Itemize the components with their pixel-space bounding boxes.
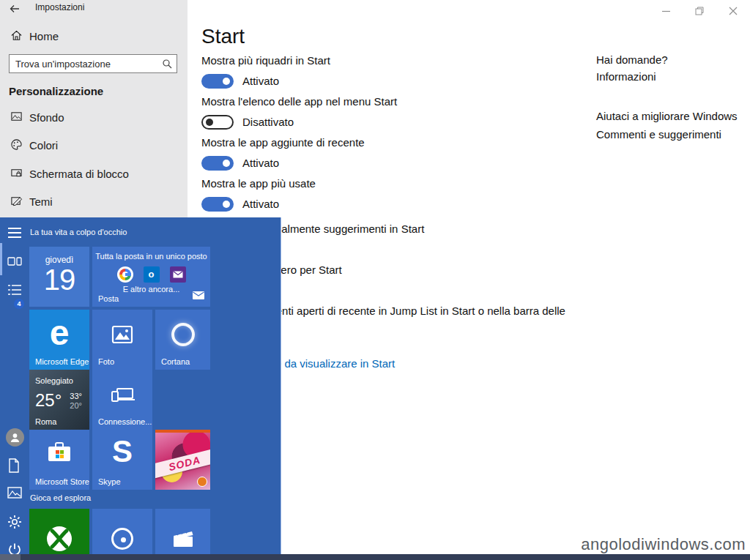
sidebar-item-label: Home xyxy=(29,30,59,42)
setting-label-recent-apps: Mostra le app aggiunte di recente xyxy=(201,136,365,149)
tile-group-title: Gioca ed esplora xyxy=(30,493,91,502)
palette-icon xyxy=(10,138,23,154)
setting-label-most-used: Mostra le app più usate xyxy=(201,177,316,190)
sidebar-item-label: Schermata di blocco xyxy=(29,168,129,180)
xbox-icon xyxy=(29,509,89,554)
sidebar-item-temi[interactable]: Temi xyxy=(0,194,188,216)
pictures-icon[interactable] xyxy=(7,486,23,502)
sidebar-item-schermata-di-blocco[interactable]: Schermata di blocco xyxy=(0,166,188,188)
tile-candy-crush-soda[interactable]: SODA xyxy=(155,430,210,490)
tile-groove[interactable] xyxy=(92,509,152,554)
wallpaper-icon xyxy=(10,111,23,126)
toggle-most-used[interactable] xyxy=(201,197,234,212)
lock-screen-icon xyxy=(10,167,23,182)
user-avatar[interactable] xyxy=(6,428,24,447)
weather-high: 33° xyxy=(70,392,82,400)
sidebar-item-colori[interactable]: Colori xyxy=(0,138,188,160)
tile-label: Skype xyxy=(98,477,121,486)
weather-low: 20° xyxy=(70,401,82,410)
themes-icon xyxy=(10,195,23,210)
setting-label-more-tiles: Mostra più riquadri in Start xyxy=(201,54,330,67)
yahoo-mail-icon xyxy=(170,266,186,283)
tile-skype[interactable]: S Skype xyxy=(92,430,152,490)
window-title: Impostazioni xyxy=(35,2,84,12)
tile-group-title: La tua vita a colpo d'occhio xyxy=(30,228,127,236)
mail-provider-icons: o xyxy=(92,266,210,283)
informazioni-link[interactable]: Informazioni xyxy=(596,70,656,83)
taskbar-edge[interactable] xyxy=(0,554,750,560)
toggle-state: Disattivato xyxy=(242,116,294,128)
tile-microsoft-edge[interactable]: e Microsoft Edge xyxy=(29,310,89,370)
sidebar-item-label: Sfondo xyxy=(29,111,64,124)
home-icon xyxy=(10,29,23,45)
tile-label: Microsoft Edge xyxy=(35,357,89,366)
tile-label: Posta xyxy=(98,294,119,303)
tile-cortana[interactable]: Cortana xyxy=(155,310,210,370)
tile-xbox[interactable] xyxy=(29,509,89,554)
documents-icon[interactable] xyxy=(7,458,23,474)
toggle-app-list[interactable] xyxy=(201,115,234,130)
toggle-more-tiles[interactable] xyxy=(201,74,234,89)
settings-gear-icon[interactable] xyxy=(7,515,23,531)
sidebar-item-home[interactable]: Home xyxy=(0,28,188,48)
candy-top-bar xyxy=(155,430,210,433)
search-input[interactable] xyxy=(15,55,158,72)
feedback-link[interactable]: Commenti e suggerimenti xyxy=(596,128,721,141)
king-badge-icon xyxy=(197,477,207,487)
outlook-icon: o xyxy=(144,266,160,283)
sidebar-item-sfondo[interactable]: Sfondo xyxy=(0,110,188,132)
toggle-state: Attivato xyxy=(242,198,279,210)
back-icon[interactable] xyxy=(9,3,21,15)
settings-search xyxy=(9,54,177,73)
tile-microsoft-store[interactable]: Microsoft Store xyxy=(29,430,89,490)
close-button[interactable] xyxy=(716,0,750,22)
tile-label: Foto xyxy=(98,357,114,366)
mail-headline: Tutta la posta in un unico posto xyxy=(92,252,210,261)
hamburger-menu-icon[interactable] xyxy=(7,226,23,242)
candy-soda-banner: SODA xyxy=(155,448,210,479)
tile-connessione[interactable]: Connessione... xyxy=(92,370,152,430)
power-icon[interactable] xyxy=(7,542,23,554)
tile-meteo[interactable]: Soleggiato 25° 33° 20° Roma xyxy=(29,370,89,430)
edge-logo-icon: e xyxy=(29,316,89,351)
toggle-recent-apps[interactable] xyxy=(201,156,234,171)
toggle-state: Attivato xyxy=(242,75,279,87)
search-icon[interactable] xyxy=(162,59,172,72)
questions-title: Hai domande? xyxy=(596,53,668,66)
minimize-button[interactable] xyxy=(649,0,683,22)
tile-label: Microsoft Store xyxy=(35,477,89,486)
titlebar: Impostazioni xyxy=(0,0,188,22)
recently-added-list-icon[interactable] xyxy=(7,283,23,299)
weather-temp: 25° xyxy=(35,390,62,411)
watermark: angolodiwindows.com xyxy=(581,535,746,554)
envelope-icon xyxy=(193,289,204,302)
skype-icon: S xyxy=(92,434,152,469)
tile-foto[interactable]: Foto xyxy=(92,310,152,370)
scroll-indicator xyxy=(0,243,2,275)
page-title: Start xyxy=(201,25,245,48)
notification-badge: 4 xyxy=(14,299,24,309)
setting-label-app-list: Mostra l'elenco delle app nel menu Start xyxy=(201,95,397,108)
restore-button[interactable] xyxy=(683,0,716,22)
start-menu: 4 La tua vita a colpo d'occhio giovedì 1… xyxy=(0,217,281,554)
sidebar-item-label: Colori xyxy=(29,139,58,152)
desktop-screen: Impostazioni Home Personalizzazione Sfon… xyxy=(0,0,750,560)
sidebar-item-label: Temi xyxy=(29,195,53,208)
calendar-date: 19 xyxy=(29,264,89,296)
sidebar-section-title: Personalizzazione xyxy=(9,85,103,97)
google-icon xyxy=(117,266,133,283)
weather-condition: Soleggiato xyxy=(35,376,73,385)
tile-label: Cortana xyxy=(161,357,190,366)
toggle-state: Attivato xyxy=(242,157,279,169)
feedback-title: Aiutaci a migliorare Windows xyxy=(596,110,738,122)
tile-label: Connessione... xyxy=(98,417,152,426)
tile-calendar[interactable]: giovedì 19 xyxy=(29,247,89,307)
groove-circle-icon xyxy=(92,509,152,554)
tile-film-tv[interactable] xyxy=(155,509,210,554)
film-tv-icon xyxy=(155,509,210,554)
weather-city: Roma xyxy=(35,417,56,426)
tile-mail[interactable]: Tutta la posta in un unico posto o E alt… xyxy=(92,247,210,307)
taskbar-start-zone[interactable] xyxy=(0,554,21,560)
start-tiles-icon[interactable] xyxy=(7,255,23,271)
